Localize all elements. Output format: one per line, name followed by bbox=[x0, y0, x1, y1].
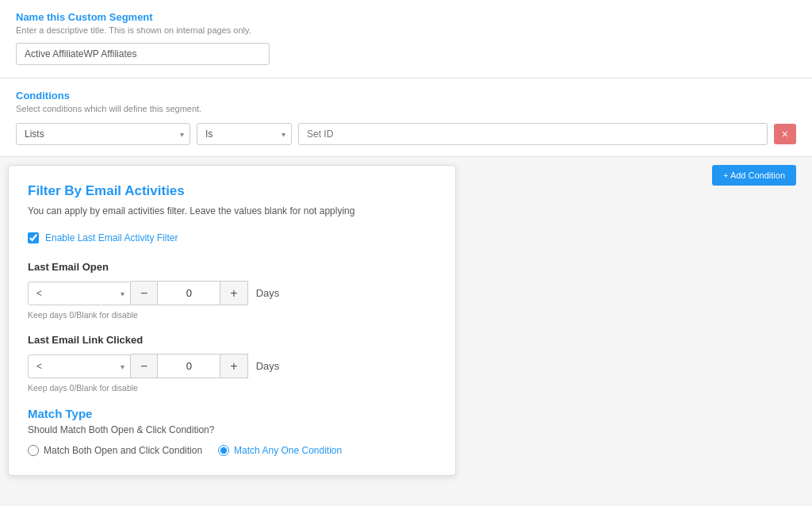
operator-select-wrapper: Is bbox=[197, 123, 292, 145]
operator-select[interactable]: Is bbox=[197, 123, 292, 145]
enable-filter-row: Enable Last Email Activity Filter bbox=[28, 232, 436, 243]
last-email-open-label: Last Email Open bbox=[28, 261, 436, 273]
last-email-open-row: < > = − + Days bbox=[28, 281, 436, 305]
name-segment-subtitle: Enter a descriptive title. This is shown… bbox=[16, 25, 796, 35]
conditions-title: Conditions bbox=[16, 90, 796, 102]
click-operator-select[interactable]: < > = bbox=[28, 355, 131, 378]
open-hint: Keep days 0/Blank for disable bbox=[28, 310, 436, 320]
name-segment-section: Name this Custom Segment Enter a descrip… bbox=[0, 0, 812, 79]
condition-row: Lists Is × bbox=[16, 123, 796, 145]
click-increment-button[interactable]: + bbox=[220, 355, 247, 378]
conditions-section: Conditions Select conditions which will … bbox=[0, 79, 812, 157]
click-hint: Keep days 0/Blank for disable bbox=[28, 383, 436, 393]
match-type-title: Match Type bbox=[28, 407, 436, 420]
last-email-click-label: Last Email Link Clicked bbox=[28, 334, 436, 346]
open-operator-select[interactable]: < > = bbox=[28, 282, 131, 305]
radio-option-both: Match Both Open and Click Condition bbox=[28, 445, 202, 456]
field-select[interactable]: Lists bbox=[16, 123, 190, 145]
filter-card: Filter By Email Activities You can apply… bbox=[8, 165, 456, 476]
match-type-radio-group: Match Both Open and Click Condition Matc… bbox=[28, 445, 436, 456]
condition-value-input[interactable] bbox=[298, 123, 768, 145]
conditions-description: Select conditions which will define this… bbox=[16, 104, 796, 113]
open-operator-wrapper: < > = bbox=[28, 282, 131, 305]
click-days-label: Days bbox=[256, 360, 280, 372]
delete-condition-button[interactable]: × bbox=[774, 124, 796, 144]
filter-description: You can apply by email activities filter… bbox=[28, 204, 436, 218]
content-area: Filter By Email Activities You can apply… bbox=[0, 157, 812, 506]
radio-option-any: Match Any One Condition bbox=[218, 445, 342, 456]
radio-any-label[interactable]: Match Any One Condition bbox=[234, 445, 342, 456]
filter-title: Filter By Email Activities bbox=[28, 183, 436, 199]
click-operator-wrapper: < > = bbox=[28, 355, 131, 378]
open-increment-button[interactable]: + bbox=[220, 282, 247, 305]
last-email-click-row: < > = − + Days bbox=[28, 354, 436, 378]
add-condition-button[interactable]: + Add Condition bbox=[712, 165, 796, 186]
open-decrement-button[interactable]: − bbox=[131, 282, 157, 305]
open-value-input[interactable] bbox=[157, 282, 220, 305]
open-number-control: − + bbox=[131, 281, 248, 305]
segment-name-input[interactable] bbox=[16, 43, 270, 65]
open-days-label: Days bbox=[256, 287, 280, 299]
field-select-wrapper: Lists bbox=[16, 123, 190, 145]
name-segment-title: Name this Custom Segment bbox=[16, 11, 796, 23]
radio-any[interactable] bbox=[218, 445, 229, 456]
radio-both-label[interactable]: Match Both Open and Click Condition bbox=[44, 445, 202, 456]
click-number-control: − + bbox=[131, 354, 248, 378]
radio-both[interactable] bbox=[28, 445, 39, 456]
enable-filter-checkbox[interactable] bbox=[28, 232, 39, 243]
main-container: Name this Custom Segment Enter a descrip… bbox=[0, 0, 812, 506]
enable-filter-label[interactable]: Enable Last Email Activity Filter bbox=[45, 232, 178, 243]
match-type-description: Should Match Both Open & Click Condition… bbox=[28, 424, 436, 435]
click-value-input[interactable] bbox=[157, 355, 220, 378]
click-decrement-button[interactable]: − bbox=[131, 355, 157, 378]
